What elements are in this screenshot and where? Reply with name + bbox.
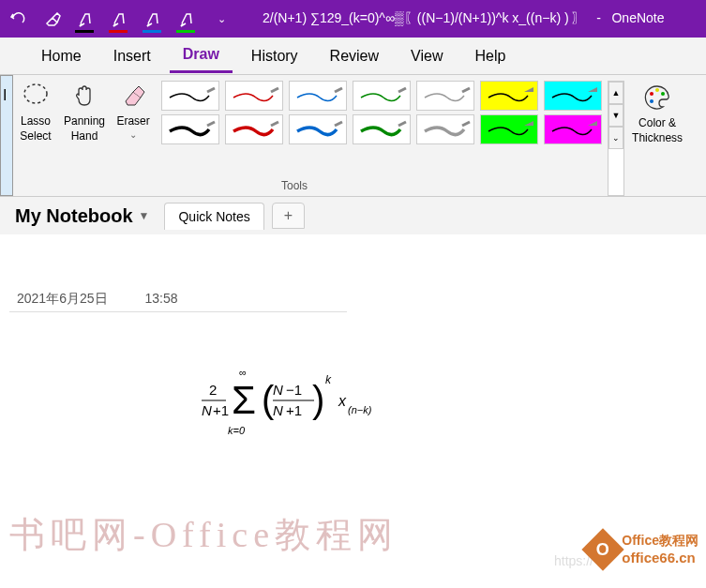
svg-text:): ): [312, 379, 324, 420]
page-time: 13:58: [145, 291, 178, 308]
svg-text:x: x: [338, 393, 347, 409]
gallery-scroll-down[interactable]: ▼: [608, 104, 623, 127]
gallery-scroll-up[interactable]: ▲: [608, 82, 623, 104]
pen-thin-blue[interactable]: [289, 81, 347, 111]
svg-text:N: N: [273, 382, 283, 398]
eraser-icon[interactable]: [41, 8, 64, 30]
tab-history[interactable]: History: [238, 40, 311, 72]
pen-thick-black[interactable]: [161, 114, 219, 144]
svg-point-1: [24, 84, 47, 103]
pen-thick-red[interactable]: [225, 114, 283, 144]
svg-text:k: k: [325, 373, 332, 386]
svg-text:∞: ∞: [239, 367, 247, 378]
tab-help[interactable]: Help: [461, 40, 518, 72]
tab-insert[interactable]: Insert: [100, 40, 164, 72]
svg-text:(n−k): (n−k): [348, 404, 372, 415]
eraser-tool-icon: [116, 79, 150, 113]
logo-text-bottom: office66.cn: [622, 550, 698, 565]
undo-icon[interactable]: [8, 8, 30, 30]
pen-thick-blue[interactable]: [289, 114, 347, 144]
title-formula: 2/(N+1) ∑129_(k=0)^∞▒〖((N−1)/(N+1))^k x_…: [263, 10, 585, 25]
svg-text:k=0: k=0: [228, 425, 246, 436]
pen-thin-red[interactable]: [225, 81, 283, 111]
hand-icon: [68, 79, 101, 113]
quick-access-toolbar: ⌄: [8, 8, 233, 30]
watermark-logo: O Office教程网 office66.cn: [588, 533, 698, 565]
svg-text:Σ: Σ: [232, 378, 256, 422]
title-bar: ⌄ 2/(N+1) ∑129_(k=0)^∞▒〖((N−1)/(N+1))^k …: [0, 0, 706, 38]
highlighter-blue-icon[interactable]: [143, 8, 165, 30]
chevron-down-icon: ▼: [139, 209, 150, 222]
svg-text:2: 2: [209, 382, 217, 398]
pen-gallery-scroll: ▲ ▼ ⌄: [608, 81, 624, 196]
notebook-name-text: My Notebook: [15, 205, 133, 227]
highlighter-green-icon[interactable]: [176, 8, 199, 30]
highlighter-black-icon[interactable]: [75, 8, 98, 30]
eraser-tool[interactable]: Eraser ⌄: [111, 75, 156, 196]
svg-text:+1: +1: [213, 402, 229, 418]
notebook-selector[interactable]: My Notebook ▼: [8, 202, 157, 231]
page-date-row: 2021年6月25日 13:58: [9, 291, 347, 312]
section-tab[interactable]: Quick Notes: [164, 203, 263, 230]
title-app: OneNote: [611, 10, 664, 25]
svg-point-2: [650, 92, 653, 96]
gallery-expand[interactable]: ⌄: [608, 127, 623, 149]
pen-thick-green[interactable]: [353, 114, 411, 144]
svg-text:N: N: [273, 402, 283, 418]
tab-review[interactable]: Review: [317, 40, 392, 72]
svg-text:−1: −1: [286, 382, 302, 398]
page-content[interactable]: 2021年6月25日 13:58 ∞ Σ k=0 2 N +1 ( N −1 N…: [0, 234, 706, 340]
ribbon-group-label: Tools: [281, 179, 308, 192]
math-formula[interactable]: ∞ Σ k=0 2 N +1 ( N −1 N +1 ) k x (n−k): [202, 361, 427, 449]
svg-text:I: I: [3, 87, 7, 103]
highlighter-red-icon[interactable]: [109, 8, 131, 30]
svg-point-3: [655, 88, 659, 92]
page-date: 2021年6月25日: [17, 291, 108, 308]
logo-text-top: Office教程网: [622, 533, 698, 550]
highlighter-magenta[interactable]: [544, 114, 602, 144]
svg-text:N: N: [202, 402, 212, 418]
ribbon-tabs: Home Insert Draw History Review View Hel…: [0, 38, 706, 75]
customize-toolbar-icon[interactable]: ⌄: [210, 8, 233, 30]
pen-thick-gray[interactable]: [416, 114, 474, 144]
tab-home[interactable]: Home: [28, 40, 95, 72]
panning-hand-tool[interactable]: Panning Hand: [58, 75, 111, 196]
pen-thin-green[interactable]: [353, 81, 411, 111]
svg-point-4: [661, 92, 665, 96]
highlighter-cyan[interactable]: [544, 81, 602, 111]
pen-gallery: [156, 75, 608, 196]
watermark-text: 书吧网-Office教程网: [9, 511, 398, 559]
ribbon-content: I Lasso Select Panning Hand Eraser ⌄: [0, 75, 706, 197]
highlighter-yellow[interactable]: [480, 81, 538, 111]
notebook-bar: My Notebook ▼ Quick Notes +: [0, 197, 706, 234]
pen-thin-gray[interactable]: [416, 81, 474, 111]
window-title: 2/(N+1) ∑129_(k=0)^∞▒〖((N−1)/(N+1))^k x_…: [263, 10, 665, 27]
tab-draw[interactable]: Draw: [170, 38, 233, 73]
svg-text:+1: +1: [286, 402, 302, 418]
highlighter-green[interactable]: [480, 114, 538, 144]
tab-view[interactable]: View: [398, 40, 456, 72]
palette-icon: [640, 81, 674, 114]
type-tool[interactable]: I: [0, 75, 13, 196]
add-section-button[interactable]: +: [272, 203, 305, 229]
lasso-icon: [19, 79, 53, 113]
svg-point-5: [650, 99, 653, 103]
lasso-select-tool[interactable]: Lasso Select: [13, 75, 58, 196]
chevron-down-icon: ⌄: [129, 129, 137, 140]
color-thickness-tool[interactable]: Color & Thickness: [624, 75, 690, 196]
pen-thin-black[interactable]: [161, 81, 219, 111]
